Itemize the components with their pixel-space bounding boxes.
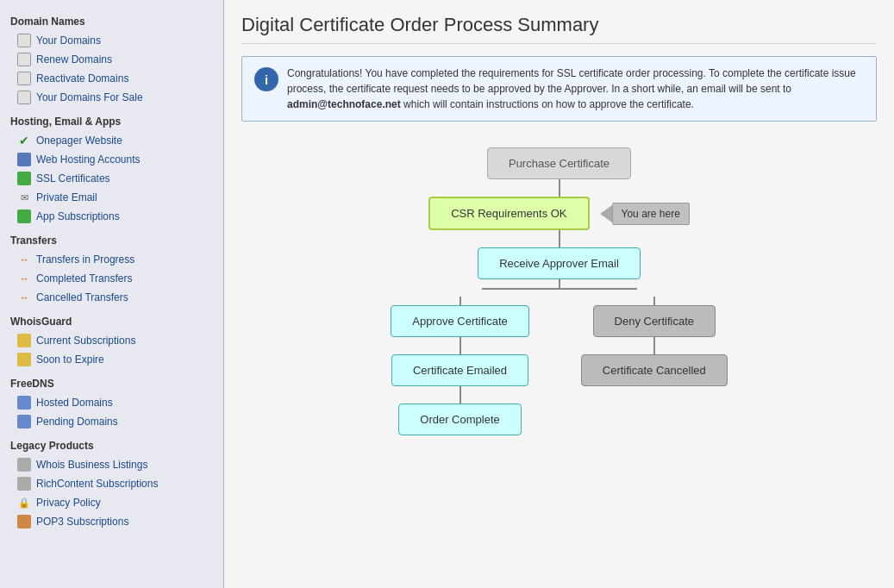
sidebar-item-privacy-policy[interactable]: 🔒 Privacy Policy [0, 493, 223, 512]
sidebar-item-label: SSL Certificates [36, 172, 110, 185]
you-are-here-container: You are here [600, 203, 690, 225]
connector-2 [559, 230, 560, 247]
info-icon: i [254, 67, 278, 91]
sidebar-item-private-email[interactable]: ✉ Private Email [0, 188, 223, 207]
sidebar-item-ssl[interactable]: SSL Certificates [0, 169, 223, 188]
info-message-part1: Congratulations! You have completed the … [287, 67, 856, 95]
check-icon: ✔ [17, 134, 31, 147]
t-connector [404, 279, 715, 297]
sidebar-item-renew-domains[interactable]: Renew Domains [0, 50, 223, 69]
transfer-icon: ↔ [17, 253, 31, 266]
node-cert-cancelled: Certificate Cancelled [581, 354, 728, 386]
sidebar-item-label: Transfers in Progress [36, 253, 134, 266]
hosting-icon [17, 153, 31, 166]
legacy-icon [17, 477, 31, 491]
info-message-part2: which will contain instructions on how t… [403, 98, 694, 110]
dns-icon [17, 415, 31, 428]
domain-icon [17, 91, 31, 104]
section-header-hosting: Hosting, Email & Apps [0, 107, 223, 131]
node-csr: CSR Requirements OK [428, 197, 589, 230]
sidebar-item-completed-transfers[interactable]: ↔ Completed Transfers [0, 269, 223, 288]
pop3-icon [17, 515, 31, 529]
sidebar-item-richcontent[interactable]: RichContent Subscriptions [0, 474, 223, 493]
deny-branch: Deny Certificate Certificate Cancelled [581, 297, 728, 386]
app-icon [17, 210, 31, 223]
sidebar-item-label: RichContent Subscriptions [36, 478, 158, 490]
sidebar: Domain Names Your Domains Renew Domains … [0, 0, 224, 588]
sidebar-item-label: Pending Domains [36, 416, 118, 428]
sidebar-item-domains-for-sale[interactable]: Your Domains For Sale [0, 88, 223, 107]
sidebar-item-cancelled-transfers[interactable]: ↔ Cancelled Transfers [0, 288, 223, 307]
section-header-legacy: Legacy Products [0, 431, 223, 455]
info-email: admin@technoface.net [287, 98, 401, 110]
sidebar-item-transfers-progress[interactable]: ↔ Transfers in Progress [0, 250, 223, 269]
branch-top-left [460, 297, 461, 305]
legacy-icon [17, 458, 31, 472]
sidebar-item-soon-expire[interactable]: Soon to Expire [0, 350, 223, 369]
sidebar-item-onepager[interactable]: ✔ Onepager Website [0, 131, 223, 150]
sidebar-item-reactivate-domains[interactable]: Reactivate Domains [0, 69, 223, 88]
sidebar-item-label: Current Subscriptions [36, 335, 135, 347]
node-receive-approver: Receive Approver Email [478, 247, 641, 279]
sidebar-item-current-subscriptions[interactable]: Current Subscriptions [0, 331, 223, 350]
sidebar-item-label: Soon to Expire [36, 353, 104, 366]
you-are-here-label: You are here [612, 203, 690, 225]
sidebar-item-hosted-domains[interactable]: Hosted Domains [0, 393, 223, 412]
node-order-complete: Order Complete [398, 403, 521, 435]
branch-connector-left [460, 337, 461, 354]
arrow-left-icon [600, 205, 612, 222]
info-box: i Congratulations! You have completed th… [241, 56, 877, 122]
envelope-icon: ✉ [17, 191, 31, 204]
main-content: Digital Certificate Order Process Summar… [224, 0, 894, 588]
transfer-icon: ↔ [17, 291, 31, 304]
sidebar-item-label: Renew Domains [36, 53, 112, 66]
sidebar-item-whois-business[interactable]: Whois Business Listings [0, 455, 223, 474]
sidebar-item-web-hosting[interactable]: Web Hosting Accounts [0, 150, 223, 169]
sidebar-item-label: Whois Business Listings [36, 459, 147, 471]
connector-1 [559, 179, 560, 197]
dns-icon [17, 396, 31, 410]
ssl-icon [17, 172, 31, 185]
section-header-freedns: FreeDNS [0, 369, 223, 393]
sidebar-item-label: Your Domains For Sale [36, 91, 143, 103]
sidebar-item-your-domains[interactable]: Your Domains [0, 31, 223, 50]
sidebar-item-label: Web Hosting Accounts [36, 153, 141, 166]
sidebar-item-label: Hosted Domains [36, 397, 113, 409]
sidebar-item-label: Privacy Policy [36, 497, 101, 509]
sidebar-item-label: POP3 Subscriptions [36, 516, 128, 528]
whois-icon [17, 334, 31, 347]
domain-icon [17, 53, 31, 66]
node-deny: Deny Certificate [593, 305, 716, 337]
sidebar-item-label: Cancelled Transfers [36, 291, 128, 303]
section-header-transfers: Transfers [0, 226, 223, 250]
sidebar-item-pop3[interactable]: POP3 Subscriptions [0, 512, 223, 531]
section-header-whoisguard: WhoisGuard [0, 307, 223, 331]
sidebar-item-label: Completed Transfers [36, 272, 132, 285]
node-approve: Approve Certificate [391, 305, 529, 337]
branches-row: Approve Certificate Certificate Emailed … [391, 297, 728, 435]
privacy-icon: 🔒 [17, 496, 31, 510]
section-header-domains: Domain Names [0, 7, 223, 31]
node-purchase: Purchase Certificate [487, 147, 631, 179]
approve-branch: Approve Certificate Certificate Emailed … [391, 297, 529, 435]
branch-top-right [653, 297, 655, 305]
page-title: Digital Certificate Order Process Summar… [241, 14, 877, 44]
sidebar-item-label: Onepager Website [36, 134, 122, 147]
sidebar-item-pending-domains[interactable]: Pending Domains [0, 412, 223, 431]
branch-connector-left2 [460, 386, 461, 403]
sidebar-item-label: Private Email [36, 191, 97, 203]
transfer-icon: ↔ [17, 272, 31, 285]
node-cert-emailed: Certificate Emailed [391, 354, 528, 386]
domain-icon [17, 72, 31, 85]
branch-connector-right [653, 337, 655, 354]
sidebar-item-app-subscriptions[interactable]: App Subscriptions [0, 207, 223, 226]
sidebar-item-label: Reactivate Domains [36, 72, 128, 84]
info-text: Congratulations! You have completed the … [287, 66, 864, 112]
csr-row: CSR Requirements OK You are here [428, 197, 690, 230]
whois-icon [17, 353, 31, 366]
sidebar-item-label: App Subscriptions [36, 210, 120, 222]
sidebar-item-label: Your Domains [36, 34, 101, 47]
flowchart: Purchase Certificate CSR Requirements OK… [241, 139, 877, 461]
domain-icon [17, 34, 31, 47]
